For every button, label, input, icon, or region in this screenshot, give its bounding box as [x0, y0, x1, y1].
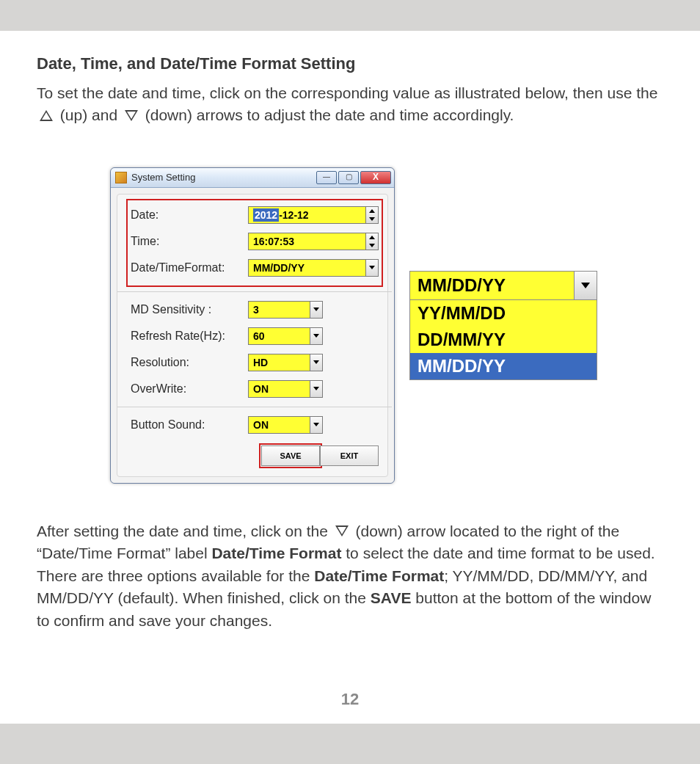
figure-row: System Setting — ▢ X Date: 2012-12-12 [110, 167, 663, 484]
format-option-2[interactable]: DD/MM/YY [410, 327, 597, 353]
intro-text-down: (down) arrows to adjust the date and tim… [145, 106, 514, 123]
md-field[interactable]: 3 [248, 301, 323, 319]
format-dropdown-icon[interactable] [365, 260, 378, 276]
overwrite-label: OverWrite: [131, 382, 248, 396]
buttonsound-label: Button Sound: [131, 418, 248, 432]
format-option-3[interactable]: MM/DD/YY [410, 353, 597, 379]
page-number: 12 [0, 690, 700, 709]
time-label: Time: [131, 235, 248, 248]
intro-paragraph: To set the date and time, click on the c… [37, 82, 663, 127]
after-bold-3: SAVE [371, 589, 412, 606]
format-dropdown-detail: MM/DD/YY YY/MM/DD DD/MM/YY MM/DD/YY [409, 271, 597, 380]
intro-text-a: To set the date and time, click on the c… [37, 84, 657, 101]
down-arrow-icon [125, 110, 138, 121]
system-setting-window: System Setting — ▢ X Date: 2012-12-12 [110, 167, 395, 484]
time-value: 16:07:53 [249, 236, 365, 247]
resolution-field[interactable]: HD [248, 354, 323, 371]
overwrite-value: ON [249, 383, 310, 395]
window-titlebar[interactable]: System Setting — ▢ X [111, 168, 394, 188]
time-field[interactable]: 16:07:53 [248, 233, 379, 250]
format-dropdown-selected[interactable]: MM/DD/YY [410, 272, 597, 300]
after-paragraph: After setting the date and time, click o… [37, 520, 663, 632]
minimize-button[interactable]: — [316, 171, 337, 184]
highlight-box-datetime: Date: 2012-12-12 Time: 16:07:5 [126, 199, 383, 287]
date-label: Date: [131, 208, 248, 222]
format-field[interactable]: MM/DD/YY [248, 259, 379, 277]
after-text-a: After setting the date and time, click o… [37, 523, 332, 539]
format-dropdown-selected-value: MM/DD/YY [410, 275, 574, 296]
overwrite-field[interactable]: ON [248, 380, 323, 398]
md-dropdown-icon[interactable] [310, 302, 322, 318]
time-spinner[interactable] [365, 233, 378, 250]
buttonsound-field[interactable]: ON [248, 416, 323, 434]
window-title: System Setting [131, 172, 195, 183]
maximize-button[interactable]: ▢ [338, 171, 359, 184]
window-icon [115, 172, 127, 183]
buttonsound-value: ON [249, 419, 310, 431]
resolution-dropdown-icon[interactable] [310, 354, 322, 371]
date-year-selected[interactable]: 2012 [253, 208, 279, 222]
up-arrow-icon [40, 110, 53, 121]
format-value: MM/DD/YY [249, 262, 365, 274]
buttonsound-dropdown-icon[interactable] [310, 417, 322, 433]
refresh-dropdown-icon[interactable] [310, 328, 322, 344]
date-field[interactable]: 2012-12-12 [248, 206, 379, 224]
after-bold-2: Date/Time Format [314, 567, 444, 584]
chevron-down-icon[interactable] [574, 272, 597, 299]
refresh-label: Refresh Rate(Hz): [131, 330, 248, 343]
refresh-field[interactable]: 60 [248, 327, 323, 345]
page-title: Date, Time, and Date/Time Format Setting [37, 54, 663, 73]
after-bold-1: Date/Time Format [211, 545, 341, 561]
separator-2 [117, 407, 392, 407]
overwrite-dropdown-icon[interactable] [310, 381, 322, 397]
date-spinner[interactable] [365, 207, 378, 223]
document-page: Date, Time, and Date/Time Format Setting… [0, 31, 700, 724]
md-label: MD Sensitivity : [131, 303, 248, 316]
close-button[interactable]: X [360, 171, 391, 184]
save-button[interactable]: SAVE [261, 445, 320, 466]
format-label: Date/TimeFormat: [131, 261, 248, 274]
format-option-1[interactable]: YY/MM/DD [410, 300, 597, 327]
exit-button[interactable]: EXIT [320, 445, 379, 466]
md-value: 3 [249, 304, 310, 316]
resolution-label: Resolution: [131, 356, 248, 369]
separator [117, 291, 392, 292]
refresh-value: 60 [249, 330, 310, 342]
intro-text-up: (up) and [60, 106, 122, 123]
date-rest: -12-12 [279, 209, 308, 221]
down-arrow-icon-2 [335, 525, 349, 536]
resolution-value: HD [249, 357, 310, 368]
